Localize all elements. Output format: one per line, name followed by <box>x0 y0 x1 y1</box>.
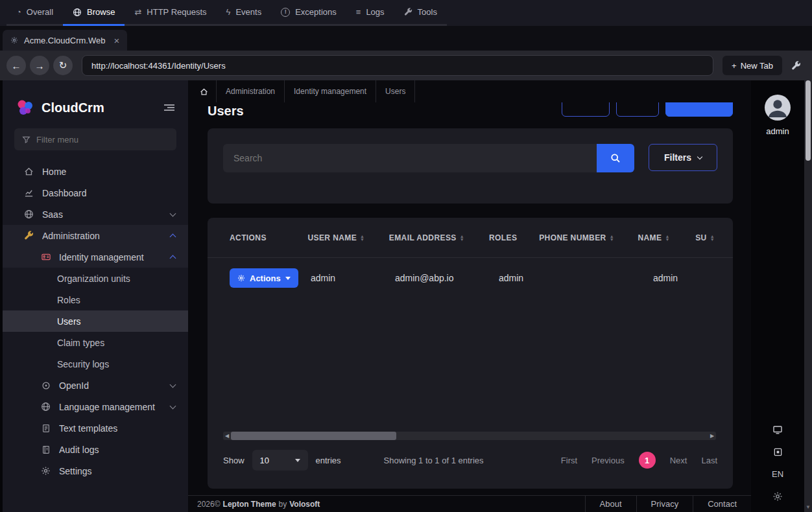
scroll-left-icon[interactable]: ◀ <box>223 433 231 439</box>
browser-tab[interactable]: Acme.CloudCrm.Web × <box>3 30 127 51</box>
column-header-surname[interactable]: SU <box>695 233 733 242</box>
menu-collapse-icon[interactable] <box>163 103 175 112</box>
vertical-scroll-thumb[interactable] <box>806 80 811 161</box>
refresh-button[interactable]: ↻ <box>53 56 73 75</box>
footer-link-privacy[interactable]: Privacy <box>636 496 693 512</box>
horizontal-scroll-thumb[interactable] <box>231 432 396 440</box>
plus-icon: + <box>732 61 737 71</box>
breadcrumb-item[interactable]: Administration <box>217 80 285 102</box>
globe-icon <box>73 8 82 17</box>
new-tab-button[interactable]: + New Tab <box>722 56 782 75</box>
menu-filter-input[interactable] <box>36 135 169 145</box>
brand-name: CloudCrm <box>42 100 157 115</box>
user-avatar[interactable] <box>765 95 791 121</box>
search-button[interactable] <box>597 144 634 172</box>
caret-down-icon <box>295 459 300 462</box>
breadcrumb-item[interactable]: Identity management <box>285 80 376 102</box>
tab-overall[interactable]: ◔ Overall <box>6 0 63 26</box>
chevron-down-icon <box>170 381 176 388</box>
sidebar-item-users[interactable]: Users <box>3 310 188 332</box>
header-action-button-2[interactable] <box>616 102 659 117</box>
wrench-icon <box>23 231 34 240</box>
page-title: Users <box>208 104 244 119</box>
pagination-last[interactable]: Last <box>701 456 717 465</box>
gear-icon <box>237 274 245 282</box>
forward-button[interactable]: → <box>30 56 49 75</box>
settings-gear-icon[interactable] <box>772 491 783 502</box>
devtools-wrench-icon[interactable] <box>786 61 806 71</box>
tab-exceptions[interactable]: ! Exceptions <box>271 0 346 26</box>
sidebar-item-claim-types[interactable]: Claim types <box>3 332 188 353</box>
tab-browse[interactable]: Browse <box>63 0 125 26</box>
row-actions-button[interactable]: Actions <box>230 268 298 288</box>
sort-icon <box>460 235 464 241</box>
footer-link-contact[interactable]: Contact <box>693 496 751 512</box>
breadcrumb-item[interactable]: Users <box>376 80 415 102</box>
sidebar: CloudCrm Home Dashboard <box>3 80 188 512</box>
sidebar-item-security-logs[interactable]: Security logs <box>3 353 188 375</box>
chevron-down-icon <box>697 154 702 159</box>
sidebar-item-organization-units[interactable]: Organization units <box>3 268 188 289</box>
url-bar[interactable] <box>82 55 713 76</box>
search-icon <box>610 153 621 163</box>
chevron-down-icon <box>170 210 176 216</box>
cloudcrm-logo-icon <box>16 98 35 117</box>
menu-filter-box[interactable] <box>14 128 176 150</box>
main-content: Administration Identity management Users… <box>188 80 751 512</box>
sidebar-item-dashboard[interactable]: Dashboard <box>3 182 188 204</box>
arrows-swap-icon: ⇄ <box>134 8 141 16</box>
back-button[interactable]: ← <box>6 56 26 75</box>
new-user-button[interactable] <box>665 102 733 117</box>
horizontal-scrollbar[interactable]: ◀ ▶ <box>223 432 716 440</box>
sidebar-item-openid[interactable]: OpenId <box>3 375 188 396</box>
column-header-roles: ROLES <box>489 233 539 242</box>
page-size-select[interactable]: 10 <box>252 450 308 471</box>
sidebar-item-saas[interactable]: Saas <box>3 204 188 225</box>
column-header-email[interactable]: EMAIL ADDRESS <box>389 233 489 242</box>
column-header-phone[interactable]: PHONE NUMBER <box>539 233 638 242</box>
tab-http-requests[interactable]: ⇄ HTTP Requests <box>125 0 216 26</box>
header-action-button-1[interactable] <box>562 102 610 117</box>
search-group <box>223 144 634 172</box>
frame-icon[interactable] <box>773 447 783 457</box>
sidebar-item-home[interactable]: Home <box>3 161 188 182</box>
list-icon: ≡ <box>356 8 361 16</box>
pagination-first[interactable]: First <box>561 456 577 465</box>
globe-icon <box>23 209 34 219</box>
url-input[interactable] <box>91 61 704 71</box>
vertical-scrollbar[interactable]: ▼ <box>804 80 812 512</box>
footer-link-about[interactable]: About <box>585 496 636 512</box>
chart-line-icon <box>23 188 34 198</box>
sidebar-item-language-management[interactable]: Language management <box>3 396 188 417</box>
column-header-name[interactable]: NAME <box>638 233 695 242</box>
column-header-user-name[interactable]: USER NAME <box>308 233 389 242</box>
search-input[interactable] <box>223 144 597 172</box>
pagination-previous[interactable]: Previous <box>591 456 625 465</box>
id-card-icon <box>40 252 51 262</box>
tab-logs[interactable]: ≡ Logs <box>346 0 394 26</box>
scroll-right-icon[interactable]: ▶ <box>708 433 716 439</box>
tab-events[interactable]: ϟ Events <box>217 0 272 26</box>
pagination-next[interactable]: Next <box>670 456 687 465</box>
sidebar-item-roles[interactable]: Roles <box>3 289 188 310</box>
globe-icon <box>40 402 51 412</box>
exclamation-circle-icon: ! <box>281 8 290 17</box>
language-selector[interactable]: EN <box>772 469 783 479</box>
sidebar-item-administration[interactable]: Administration <box>3 225 188 246</box>
app-area: CloudCrm Home Dashboard <box>0 80 812 512</box>
wrench-icon <box>404 8 412 16</box>
sidebar-item-identity-management[interactable]: Identity management <box>3 246 188 268</box>
close-tab-icon[interactable]: × <box>113 36 119 45</box>
horizontal-scroll-track[interactable] <box>231 432 708 440</box>
sidebar-item-settings[interactable]: Settings <box>3 460 188 482</box>
sidebar-item-text-templates[interactable]: Text templates <box>3 417 188 439</box>
sidebar-item-audit-logs[interactable]: Audit logs <box>3 439 188 460</box>
pagination-current-page[interactable]: 1 <box>639 452 656 469</box>
tab-tools[interactable]: Tools <box>394 0 447 26</box>
scroll-down-icon[interactable]: ▼ <box>804 505 812 510</box>
fullscreen-icon[interactable] <box>772 425 783 435</box>
filters-button[interactable]: Filters <box>649 144 717 171</box>
brand-row: CloudCrm <box>3 92 188 123</box>
browser-tab-title: Acme.CloudCrm.Web <box>24 36 105 45</box>
breadcrumb-home[interactable] <box>192 80 217 102</box>
